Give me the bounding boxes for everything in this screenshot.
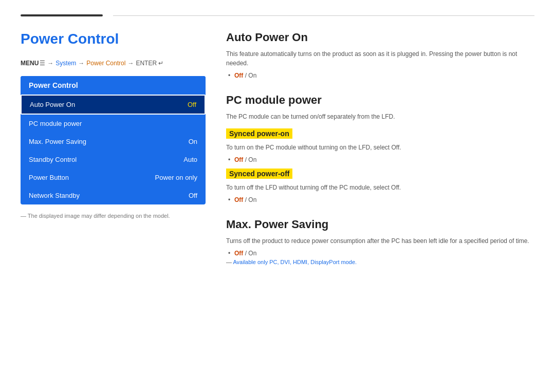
top-bar — [0, 0, 555, 31]
section-bullet-max-power-saving: Off / On — [226, 250, 534, 257]
off-label: Off — [234, 250, 243, 257]
breadcrumb-system: System — [55, 60, 76, 67]
sections-container: Auto Power OnThis feature automatically … — [226, 31, 534, 265]
menu-item-0[interactable]: Auto Power On Off — [21, 95, 206, 115]
breadcrumb-power-control: Power Control — [86, 60, 125, 67]
section-title-max-power-saving: Max. Power Saving — [226, 218, 534, 231]
section-title-pc-module-power: PC module power — [226, 94, 534, 107]
menu-item-1[interactable]: PC module power — [21, 115, 206, 133]
footnote: The displayed image may differ depending… — [21, 213, 206, 219]
menu-icon: ☰ — [40, 60, 45, 67]
main-layout: Power Control MENU ☰ → System → Power Co… — [0, 31, 555, 279]
section-title-auto-power-on: Auto Power On — [226, 31, 534, 44]
off-label: Off — [234, 72, 243, 79]
menu-item-4[interactable]: Power Button Power on only — [21, 169, 206, 186]
menu-item-label-5: Network Standby — [29, 192, 80, 199]
top-bar-line — [113, 15, 534, 16]
on-label: On — [248, 250, 256, 257]
top-bar-accent — [21, 14, 103, 16]
breadcrumb-arrow-2: → — [78, 60, 84, 67]
sub-off-label-1: Off — [234, 196, 243, 203]
menu-item-value-0: Off — [188, 101, 196, 108]
menu-box-header: Power Control — [21, 76, 206, 95]
menu-items-list: Auto Power On Off PC module power Max. P… — [21, 95, 206, 204]
menu-item-value-4: Power on only — [155, 174, 197, 181]
section-pc-module-power: PC module powerThe PC module can be turn… — [226, 94, 534, 203]
available-note-max-power-saving: Available only PC, DVI, HDMI, DisplayPor… — [226, 259, 534, 265]
subsection-bullet-pc-module-power-0: Off / On — [226, 156, 534, 163]
menu-item-label-2: Max. Power Saving — [29, 138, 86, 145]
page-title: Power Control — [21, 31, 206, 47]
section-auto-power-on: Auto Power OnThis feature automatically … — [226, 31, 534, 79]
menu-item-label-0: Auto Power On — [30, 101, 75, 108]
breadcrumb-enter: ENTER ↵ — [136, 60, 163, 67]
subsection-bullet-pc-module-power-1: Off / On — [226, 196, 534, 203]
section-bullet-auto-power-on: Off / On — [226, 72, 534, 79]
section-max-power-saving: Max. Power SavingTurns off the product t… — [226, 218, 534, 265]
breadcrumb: MENU ☰ → System → Power Control → ENTER … — [21, 60, 206, 67]
menu-item-value-5: Off — [189, 192, 197, 199]
menu-item-value-3: Auto — [183, 156, 197, 163]
breadcrumb-menu: MENU — [21, 60, 39, 67]
section-desc-pc-module-power: The PC module can be turned on/off separ… — [226, 112, 534, 121]
subsection-desc-pc-module-power-1: To turn off the LFD without turning off … — [226, 183, 534, 192]
menu-box: Power Control Auto Power On Off PC modul… — [21, 76, 206, 204]
subsection-desc-pc-module-power-0: To turn on the PC module without turning… — [226, 143, 534, 152]
breadcrumb-arrow-1: → — [47, 60, 53, 67]
menu-item-2[interactable]: Max. Power Saving On — [21, 133, 206, 151]
on-label: On — [248, 72, 256, 79]
menu-item-label-3: Standby Control — [29, 156, 77, 163]
section-desc-max-power-saving: Turns off the product to reduce power co… — [226, 236, 534, 246]
sub-on-label-0: On — [248, 156, 256, 163]
breadcrumb-arrow-3: → — [127, 60, 134, 67]
sub-off-label-0: Off — [234, 156, 243, 163]
menu-item-3[interactable]: Standby Control Auto — [21, 151, 206, 169]
sub-on-label-1: On — [248, 196, 256, 203]
left-column: Power Control MENU ☰ → System → Power Co… — [21, 31, 206, 279]
section-desc-auto-power-on: This feature automatically turns on the … — [226, 49, 534, 68]
menu-item-label-1: PC module power — [29, 120, 82, 127]
subsection-title-pc-module-power-1: Synced power-off — [226, 169, 292, 179]
menu-item-label-4: Power Button — [29, 174, 69, 181]
menu-item-5[interactable]: Network Standby Off — [21, 186, 206, 204]
right-column: Auto Power OnThis feature automatically … — [226, 31, 534, 279]
menu-item-value-2: On — [189, 138, 197, 145]
subsection-title-pc-module-power-0: Synced power-on — [226, 128, 292, 139]
